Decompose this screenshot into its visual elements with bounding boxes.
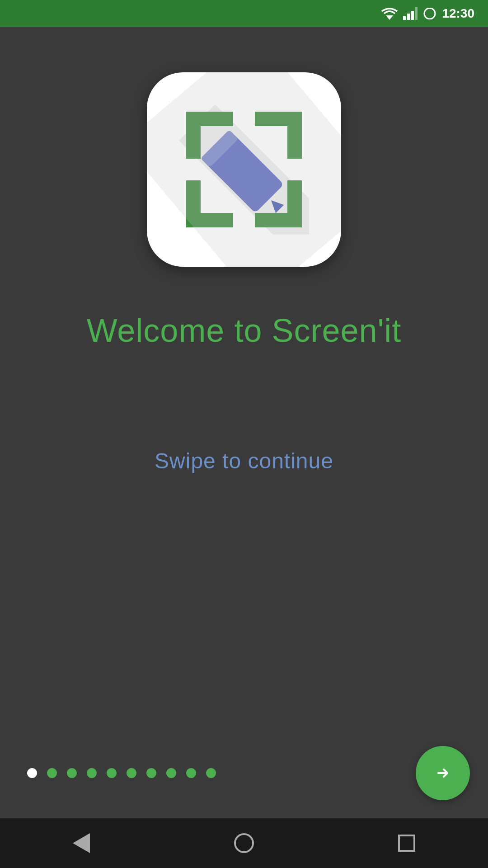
battery-icon (423, 8, 436, 19)
svg-rect-4 (415, 7, 418, 20)
back-icon (73, 833, 90, 853)
svg-rect-3 (411, 11, 414, 20)
dot-7 (146, 768, 156, 778)
dot-8 (166, 768, 176, 778)
next-button[interactable] (416, 746, 470, 800)
main-content: Welcome to Screen'it Swipe to continue (0, 27, 488, 746)
dot-2 (47, 768, 57, 778)
back-button[interactable] (63, 825, 99, 861)
recents-icon (398, 835, 415, 852)
arrow-right-icon (432, 762, 454, 784)
status-bar: 12:30 (0, 0, 488, 27)
app-icon (147, 72, 341, 267)
home-icon (234, 833, 254, 853)
pagination-dots (27, 768, 216, 778)
dot-1 (27, 768, 37, 778)
status-time: 12:30 (442, 6, 474, 21)
dot-3 (67, 768, 77, 778)
svg-marker-0 (386, 15, 393, 20)
svg-rect-2 (407, 14, 410, 20)
dot-9 (186, 768, 196, 778)
android-nav-bar (0, 818, 488, 868)
swipe-label: Swipe to continue (155, 448, 333, 473)
dot-6 (127, 768, 136, 778)
dot-4 (87, 768, 97, 778)
wifi-icon (381, 7, 398, 20)
status-bar-icons: 12:30 (381, 6, 474, 21)
svg-rect-1 (403, 16, 406, 20)
app-icon-svg (172, 97, 316, 242)
dot-10 (206, 768, 216, 778)
welcome-title: Welcome to Screen'it (87, 312, 402, 349)
recents-button[interactable] (389, 825, 425, 861)
bottom-navigation (0, 746, 488, 818)
dot-5 (107, 768, 117, 778)
svg-point-5 (424, 8, 435, 19)
home-button[interactable] (226, 825, 262, 861)
signal-icon (403, 7, 418, 20)
